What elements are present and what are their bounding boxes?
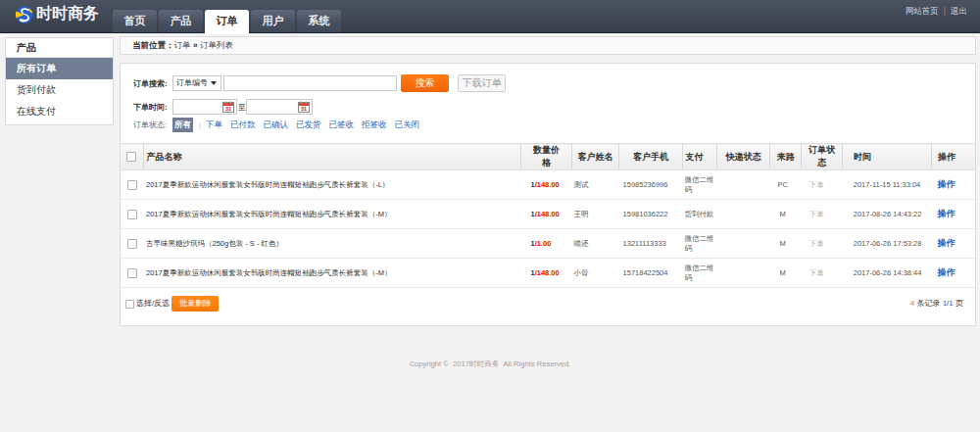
svg-text:31: 31	[225, 106, 231, 112]
svg-text:31: 31	[301, 106, 307, 112]
